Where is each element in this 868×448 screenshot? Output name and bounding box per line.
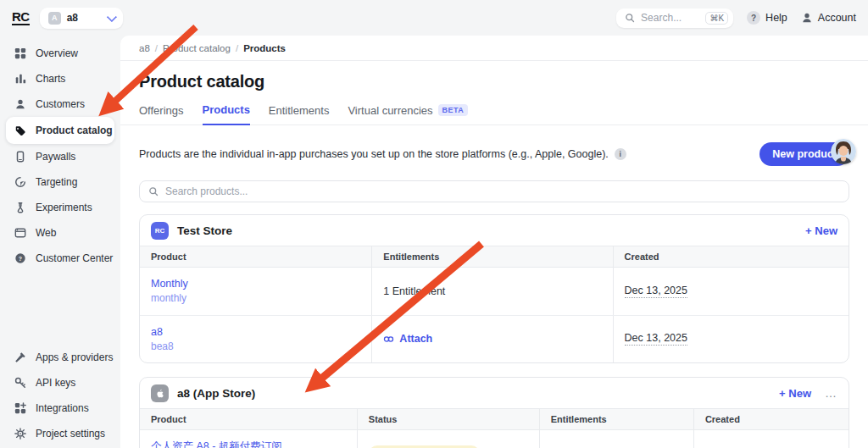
keyboard-shortcut: ⌘K bbox=[705, 12, 728, 25]
store-name: Test Store bbox=[177, 224, 232, 237]
beta-badge: BETA bbox=[438, 104, 468, 116]
gear-icon bbox=[14, 427, 27, 440]
store-card-app-store: a8 (App Store) + New … Product Status En… bbox=[139, 377, 849, 448]
search-placeholder: Search... bbox=[641, 12, 699, 24]
page-description: Products are the individual in-app purch… bbox=[139, 148, 609, 160]
svg-text:?: ? bbox=[19, 256, 22, 262]
sidebar-item-product-catalog[interactable]: Product catalog bbox=[6, 117, 114, 144]
breadcrumb-current: Products bbox=[243, 43, 286, 53]
sidebar-item-label: Product catalog bbox=[36, 124, 113, 136]
new-product-link[interactable]: + New bbox=[805, 224, 837, 237]
person-icon bbox=[14, 97, 27, 111]
column-header-product: Product bbox=[140, 409, 357, 429]
sidebar-item-project-settings[interactable]: Project settings bbox=[0, 421, 120, 446]
user-avatar[interactable] bbox=[831, 139, 856, 164]
sidebar-item-targeting[interactable]: Targeting bbox=[0, 169, 120, 195]
table-row: 个人资产 A8 - 超额付费订阅 prodbce970a0a0 Missing … bbox=[140, 430, 849, 448]
tab-label: Offerings bbox=[139, 104, 184, 117]
attach-label: Attach bbox=[399, 333, 432, 345]
product-name-link[interactable]: Monthly bbox=[151, 276, 360, 291]
entitlement-count: 1 Entitlement bbox=[383, 285, 601, 297]
sidebar-item-integrations[interactable]: Integrations bbox=[0, 395, 120, 421]
sidebar-item-experiments[interactable]: Experiments bbox=[0, 195, 120, 220]
link-icon bbox=[383, 334, 394, 345]
search-icon bbox=[148, 186, 159, 196]
help-bubble-icon: ? bbox=[14, 252, 27, 265]
new-product-link[interactable]: + New bbox=[779, 387, 811, 400]
sidebar-item-api-keys[interactable]: API keys bbox=[0, 370, 120, 395]
target-cursor-icon bbox=[14, 175, 27, 189]
column-header-created: Created bbox=[693, 409, 849, 429]
sidebar-item-label: API keys bbox=[36, 377, 75, 389]
breadcrumb-separator: / bbox=[155, 43, 158, 53]
column-header-entitlements: Entitlements bbox=[371, 246, 612, 267]
project-name: a8 bbox=[67, 12, 101, 24]
top-bar: RC A a8 Search... ⌘K ? Help Account bbox=[0, 0, 868, 36]
product-name-link[interactable]: 个人资产 A8 - 超额付费订阅 bbox=[151, 439, 346, 448]
account-label: Account bbox=[818, 12, 856, 24]
sidebar-item-label: Project settings bbox=[36, 428, 105, 440]
revenuecat-logo: RC bbox=[12, 10, 30, 26]
store-card-test-store: RC Test Store + New Product Entitlements… bbox=[139, 214, 849, 363]
global-search[interactable]: Search... ⌘K bbox=[616, 8, 733, 28]
tab-label: Entitlements bbox=[269, 104, 330, 117]
sidebar-item-paywalls[interactable]: Paywalls bbox=[0, 144, 120, 169]
created-date: Dec 13, 2025 bbox=[625, 285, 687, 298]
table-header: Product Status Entitlements Created bbox=[140, 408, 849, 430]
store-name: a8 (App Store) bbox=[177, 387, 255, 400]
flask-icon bbox=[14, 201, 27, 214]
column-header-product: Product bbox=[140, 246, 371, 267]
apple-store-icon bbox=[151, 384, 169, 402]
project-avatar: A bbox=[48, 12, 61, 25]
tag-icon bbox=[14, 124, 27, 137]
tab-bar: Offerings Products Entitlements Virtual … bbox=[120, 103, 868, 125]
product-search-input[interactable] bbox=[165, 185, 840, 197]
sidebar-item-overview[interactable]: Overview bbox=[0, 41, 120, 66]
person-icon bbox=[801, 12, 813, 24]
sidebar-item-apps-providers[interactable]: Apps & providers bbox=[0, 345, 120, 370]
breadcrumb-section[interactable]: Product catalog bbox=[163, 43, 231, 53]
sidebar-item-label: Overview bbox=[36, 47, 78, 59]
more-menu-icon[interactable]: … bbox=[825, 390, 837, 396]
sidebar-item-label: Web bbox=[36, 227, 56, 239]
hammer-icon bbox=[14, 351, 27, 364]
sidebar-item-label: Targeting bbox=[36, 176, 77, 188]
sidebar-item-label: Charts bbox=[36, 73, 65, 85]
revenuecat-store-icon: RC bbox=[151, 222, 169, 240]
breadcrumb-separator: / bbox=[236, 43, 238, 53]
info-icon[interactable]: i bbox=[615, 148, 626, 160]
breadcrumb-project[interactable]: a8 bbox=[139, 43, 150, 53]
sidebar-item-label: Integrations bbox=[36, 402, 89, 414]
column-header-entitlements: Entitlements bbox=[539, 409, 693, 429]
integrations-icon bbox=[14, 401, 27, 415]
sidebar-item-customer-center[interactable]: ? Customer Center bbox=[0, 246, 120, 271]
product-name-link[interactable]: a8 bbox=[151, 324, 360, 340]
browser-icon bbox=[14, 226, 27, 240]
key-icon bbox=[14, 376, 27, 390]
tab-virtual-currencies[interactable]: Virtual currencies BETA bbox=[348, 104, 468, 124]
table-row: a8 bea8 Attach Dec 13, 2025 bbox=[140, 316, 849, 363]
sidebar-item-customers[interactable]: Customers bbox=[0, 91, 120, 117]
tab-offerings[interactable]: Offerings bbox=[139, 104, 184, 124]
tab-entitlements[interactable]: Entitlements bbox=[269, 104, 330, 124]
bar-chart-icon bbox=[14, 72, 27, 86]
sidebar-item-label: Paywalls bbox=[36, 151, 75, 163]
sidebar-item-label: Experiments bbox=[36, 202, 92, 213]
chevron-down-icon bbox=[106, 11, 117, 22]
product-id: monthly bbox=[151, 291, 360, 306]
project-selector[interactable]: A a8 bbox=[40, 8, 123, 29]
search-icon bbox=[625, 13, 635, 23]
sidebar-item-web[interactable]: Web bbox=[0, 220, 120, 246]
page-title: Product catalog bbox=[139, 72, 849, 91]
tab-products[interactable]: Products bbox=[203, 103, 250, 125]
sidebar: Overview Charts Customers Product catalo… bbox=[0, 36, 120, 448]
main-content: a8 / Product catalog / Products Product … bbox=[120, 36, 868, 448]
sidebar-item-charts[interactable]: Charts bbox=[0, 66, 120, 91]
account-button[interactable]: Account bbox=[801, 12, 856, 24]
table-row: Monthly monthly 1 Entitlement Dec 13, 20… bbox=[140, 268, 849, 316]
phone-icon bbox=[14, 150, 27, 163]
column-header-status: Status bbox=[357, 409, 539, 429]
help-button[interactable]: ? Help bbox=[747, 11, 787, 25]
product-search[interactable] bbox=[139, 180, 849, 202]
attach-entitlement-link[interactable]: Attach bbox=[383, 333, 601, 345]
